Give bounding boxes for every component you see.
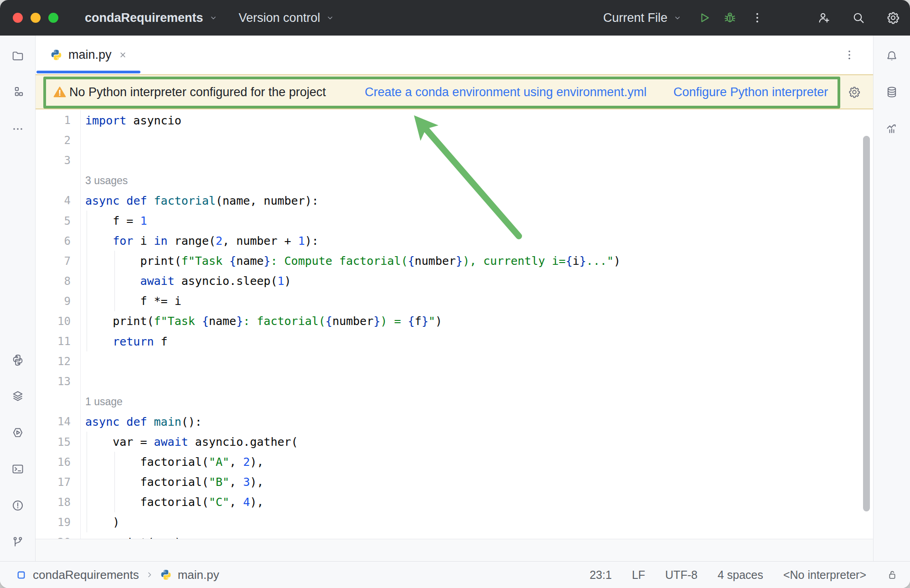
indent-guide: [87, 211, 87, 351]
python-packages-icon[interactable]: [11, 354, 24, 366]
profiler-chart-icon[interactable]: [885, 123, 898, 135]
code-line[interactable]: async def factorial(name, number):: [71, 194, 319, 207]
problems-icon[interactable]: [11, 499, 24, 512]
line-number-gutter[interactable]: 18: [36, 496, 71, 509]
line-number-gutter[interactable]: 10: [36, 315, 71, 328]
line-number-gutter[interactable]: 7: [36, 255, 71, 268]
code-line[interactable]: factorial("A", 2),: [71, 455, 264, 469]
usages-inlay-hint[interactable]: 3 usages: [71, 175, 128, 187]
database-icon[interactable]: [885, 86, 898, 98]
breadcrumb-project[interactable]: condaRequirements: [33, 568, 139, 582]
line-number-gutter[interactable]: 14: [36, 415, 71, 428]
vcs-widget[interactable]: Version control: [239, 11, 321, 25]
code-with-me-button[interactable]: [817, 11, 831, 25]
code-row: 3: [36, 150, 873, 170]
code-row: 19 ): [36, 512, 873, 532]
code-line[interactable]: f = 1: [71, 214, 147, 227]
code-line[interactable]: factorial("C", 4),: [71, 495, 264, 509]
zoom-window-button[interactable]: [48, 13, 58, 23]
caret-position-widget[interactable]: 23:1: [589, 568, 612, 582]
code-editor[interactable]: No Python interpreter configured for the…: [36, 74, 873, 539]
breadcrumb-file[interactable]: main.py: [178, 568, 219, 582]
run-configuration-selector[interactable]: Current File: [603, 11, 667, 25]
line-number-gutter[interactable]: 6: [36, 235, 71, 248]
code-line[interactable]: f *= i: [71, 294, 181, 308]
code-row: 2: [36, 130, 873, 150]
code-row: 20 print(var): [36, 532, 873, 539]
editor-tab-bar: main.py: [36, 36, 873, 74]
python-file-icon: [50, 49, 62, 61]
active-tab-indicator: [36, 71, 140, 73]
services-icon[interactable]: [11, 390, 24, 402]
encoding-widget[interactable]: UTF-8: [665, 568, 698, 582]
minimize-window-button[interactable]: [31, 13, 41, 23]
line-number-gutter[interactable]: 3: [36, 154, 71, 167]
breadcrumb: condaRequirements main.py: [16, 562, 219, 588]
code-line[interactable]: import asyncio: [71, 114, 181, 127]
line-number-gutter[interactable]: 13: [36, 375, 71, 388]
line-number-gutter[interactable]: 8: [36, 275, 71, 288]
line-number-gutter[interactable]: 16: [36, 456, 71, 469]
interpreter-widget[interactable]: <No interpreter>: [783, 568, 866, 582]
terminal-icon[interactable]: [11, 463, 24, 475]
code-row: 7 print(f"Task {name}: Compute factorial…: [36, 251, 873, 271]
line-number-gutter[interactable]: 1: [36, 114, 71, 127]
line-number-gutter[interactable]: 11: [36, 335, 71, 348]
code-line[interactable]: print(f"Task {name}: Compute factorial({…: [71, 254, 620, 268]
settings-gear-button[interactable]: [886, 11, 900, 25]
line-ending-widget[interactable]: LF: [632, 568, 645, 582]
run-button[interactable]: [698, 11, 711, 25]
notifications-bell-icon[interactable]: [885, 50, 898, 62]
code-row: 5 f = 1: [36, 211, 873, 231]
line-number-gutter[interactable]: 12: [36, 355, 71, 368]
code-row: 11 return f: [36, 331, 873, 351]
code-line[interactable]: async def main():: [71, 415, 202, 428]
configure-interpreter-link[interactable]: Configure Python interpreter: [673, 85, 828, 99]
right-tool-stripe: [873, 36, 910, 561]
line-number-gutter[interactable]: 19: [36, 516, 71, 529]
code-line[interactable]: factorial("B", 3),: [71, 475, 264, 489]
close-window-button[interactable]: [13, 13, 23, 23]
debug-button[interactable]: [723, 11, 737, 25]
line-number-gutter[interactable]: 15: [36, 436, 71, 449]
git-branch-icon[interactable]: [11, 536, 24, 548]
more-actions-button[interactable]: [750, 11, 764, 25]
line-number-gutter[interactable]: 9: [36, 295, 71, 308]
line-number-gutter[interactable]: 4: [36, 194, 71, 207]
usages-inlay-hint[interactable]: 1 usage: [71, 396, 123, 408]
more-tool-windows-icon[interactable]: [11, 123, 24, 135]
editor-scrollbar[interactable]: [863, 136, 870, 511]
code-line[interactable]: return f: [71, 335, 168, 348]
code-row: 14async def main():: [36, 412, 873, 432]
python-console-icon[interactable]: [11, 426, 24, 439]
unlocked-padlock-icon[interactable]: [886, 569, 898, 581]
indent-guide: [114, 251, 115, 311]
code-area[interactable]: 1import asyncio233 usages4async def fact…: [36, 110, 873, 539]
code-line[interactable]: print(f"Task {name}: factorial({number})…: [71, 315, 442, 328]
interpreter-warning-banner: No Python interpreter configured for the…: [36, 74, 873, 109]
structure-icon[interactable]: [11, 86, 24, 98]
status-bar: condaRequirements main.py 23:1 LF UTF-8 …: [0, 561, 910, 588]
create-conda-env-link[interactable]: Create a conda environment using environ…: [365, 85, 646, 99]
code-line[interactable]: for i in range(2, number + 1):: [71, 234, 319, 248]
code-line[interactable]: await asyncio.sleep(1): [71, 274, 291, 288]
line-number-gutter[interactable]: 17: [36, 476, 71, 489]
code-row: 6 for i in range(2, number + 1):: [36, 231, 873, 251]
banner-settings-gear-icon[interactable]: [848, 86, 861, 98]
chevron-down-icon: [209, 13, 218, 22]
code-line[interactable]: var = await asyncio.gather(: [71, 435, 298, 449]
tab-main-py[interactable]: main.py: [36, 36, 140, 74]
chevron-right-icon: [145, 570, 154, 579]
python-file-icon: [160, 569, 172, 581]
line-number-gutter[interactable]: 5: [36, 215, 71, 227]
indent-widget[interactable]: 4 spaces: [718, 568, 763, 582]
search-everywhere-button[interactable]: [852, 11, 865, 25]
close-tab-icon[interactable]: [118, 50, 128, 60]
project-folder-icon[interactable]: [11, 50, 24, 62]
project-selector[interactable]: condaRequirements: [85, 11, 203, 25]
code-line[interactable]: ): [71, 516, 119, 529]
tab-options-button[interactable]: [843, 36, 856, 74]
chevron-down-icon: [673, 13, 682, 22]
line-number-gutter[interactable]: 2: [36, 134, 71, 147]
left-tool-stripe: [0, 36, 36, 561]
